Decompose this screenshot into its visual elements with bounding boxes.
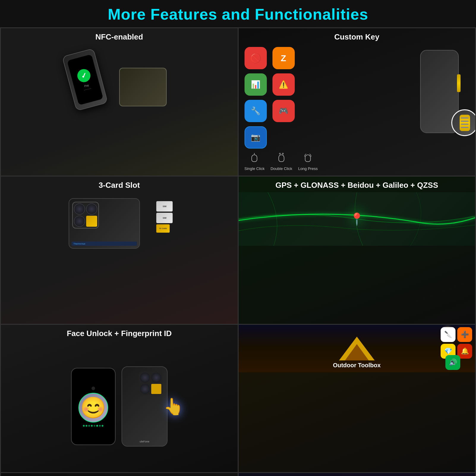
card-slot-title: 3-Card Slot <box>96 176 143 192</box>
cell-headphone-jack: 3.5mm Headphone Jack <box>1 473 238 476</box>
nfc-title: NFC-enabled <box>92 28 146 44</box>
gps-map-visual: 📍 <box>239 192 475 246</box>
long-press-icon <box>301 152 314 165</box>
face-recognition-circle: 😊 <box>78 393 108 423</box>
fp-cam-1 <box>140 373 150 383</box>
single-click-icon <box>248 152 261 165</box>
nfc-visual: Pay • • • • • • <box>1 44 238 109</box>
double-click-type: Double Click <box>270 152 292 171</box>
btn-ridge-1 <box>461 117 469 119</box>
cam-lens-1 <box>74 204 85 215</box>
gps-title: GPS + GLONASS + Beidou + Galileo + QZSS <box>272 176 441 192</box>
tb-app-speaker: 🔊 <box>445 355 460 370</box>
sim-card-1: SIM <box>156 201 173 212</box>
page-title: More Features and Functionalities <box>0 5 476 23</box>
cam-lens-2 <box>86 204 97 215</box>
app-icon-5: 🔧 <box>245 100 267 122</box>
cell-gps: GPS + GLONASS + Beidou + Galileo + QZSS … <box>239 176 475 324</box>
cell-outdoor-toolbox: 🔪 ➕ 💎 🔔 🔊 Outdoor Toolbox <box>239 325 475 472</box>
tb-app-compass-plus: ➕ <box>457 327 472 342</box>
nfc-terminal <box>119 68 167 106</box>
tent-inner <box>345 344 369 360</box>
face-phone: 😊 <box>71 368 116 445</box>
app-icon-1: 🚫 <box>245 47 267 69</box>
app-icon-6: 🎮 <box>272 100 295 122</box>
outdoor-toolbox-label: Outdoor Toolbox <box>333 362 381 369</box>
app-icon-4: ⚠️ <box>272 73 295 96</box>
btn-ridge-2 <box>461 121 469 122</box>
sim-cards-container: SIM SIM TF CARD <box>156 201 173 233</box>
face-unlock-title: Face Unlock + Fingerprint ID <box>64 325 175 341</box>
click-types-row: Single Click Double Click <box>245 152 318 176</box>
cell-nfc: NFC-enabled Pay • • • • • • <box>1 28 238 176</box>
app-icons-grid: 🚫 Z 📊 ⚠️ 🔧 <box>245 44 318 149</box>
face-emoji: 😊 <box>80 395 106 420</box>
app-icon-3: 📊 <box>245 73 267 96</box>
long-press-type: Long Press <box>298 152 318 171</box>
fp-flash <box>151 384 161 394</box>
tf-card: TF CARD <box>156 224 170 233</box>
nfc-pay-label: Pay <box>84 83 89 88</box>
fingerprint-phone: uleFone <box>122 366 168 447</box>
custom-side-button <box>457 74 461 92</box>
zoom-button-detail <box>460 115 470 131</box>
app-icons-container: 🚫 Z 📊 ⚠️ 🔧 <box>245 44 318 176</box>
cell-custom-key: Custom Key 🚫 Z 📊 <box>239 28 475 176</box>
selfie-cam <box>92 387 95 390</box>
toolbox-app-grid: 🔪 ➕ 💎 🔔 <box>441 327 472 359</box>
toolbox-bottom-apps: 🔊 <box>445 355 460 370</box>
svg-point-2 <box>282 153 283 154</box>
cam-lens-3 <box>74 216 85 227</box>
cell-card-slot: 3-Card Slot Therm•Vue <box>1 176 238 324</box>
sim-card-2: SIM <box>156 213 173 223</box>
double-click-label: Double Click <box>270 166 292 171</box>
tb-app-knife: 🔪 <box>441 327 455 342</box>
cam-flash <box>86 216 97 227</box>
app-icon-2: Z <box>272 47 295 69</box>
double-click-icon <box>275 152 288 165</box>
feature-grid: NFC-enabled Pay • • • • • • <box>0 27 476 476</box>
btn-ridge-3 <box>461 124 469 125</box>
gps-pin-icon: 📍 <box>349 212 364 226</box>
fingerprint-icon: 👆 <box>163 397 184 415</box>
phone-brand-bar: Therm•Vue <box>72 242 137 246</box>
phone-card-body: Therm•Vue <box>69 198 140 249</box>
brand-text: Therm•Vue <box>73 242 85 245</box>
long-press-label: Long Press <box>298 166 318 171</box>
fingerprint-container: uleFone 👆 <box>122 366 168 447</box>
custom-key-content: 🚫 Z 📊 ⚠️ 🔧 <box>239 44 475 176</box>
face-dots-grid <box>75 423 111 429</box>
nfc-check-icon <box>76 67 92 83</box>
face-phone-top <box>72 384 115 393</box>
phone-side-visual <box>410 44 469 139</box>
fp-glow-icon: 👆 <box>163 397 184 416</box>
face-visual: 😊 <box>65 341 174 472</box>
single-click-label: Single Click <box>245 166 265 171</box>
nfc-phone-hand: Pay • • • • • • <box>69 51 101 108</box>
fp-brand: uleFone <box>140 440 149 443</box>
app-icon-7: 📷 <box>245 126 267 149</box>
card-visual: Therm•Vue SIM SIM TF CARD <box>1 192 238 255</box>
toolbox-background: 🔪 ➕ 💎 🔔 🔊 Outdoor Toolbox <box>239 325 475 372</box>
page-wrapper: More Features and Functionalities NFC-en… <box>0 0 476 476</box>
fp-camera-module <box>139 371 163 395</box>
single-click-type: Single Click <box>245 152 265 171</box>
headphone-title: 3.5mm Headphone Jack <box>72 473 166 476</box>
tent-shape <box>339 337 375 360</box>
zoom-button-circle <box>451 109 475 136</box>
fp-cam-2 <box>151 373 161 383</box>
toolbox-bg-content: 🔪 ➕ 💎 🔔 🔊 Outdoor Toolbox <box>239 325 475 372</box>
page-header: More Features and Functionalities <box>0 0 476 27</box>
btn-ridge-4 <box>461 127 469 128</box>
custom-key-title: Custom Key <box>331 28 382 44</box>
cell-ir-fm: 🎛️ IR Blaster 📻 Headset-free FM <box>239 473 475 476</box>
camera-module <box>72 202 99 228</box>
ir-fm-content: 🎛️ IR Blaster 📻 Headset-free FM <box>239 473 475 476</box>
fp-cam-3 <box>140 384 150 394</box>
cell-face-unlock: Face Unlock + Fingerprint ID 😊 <box>1 325 238 472</box>
svg-point-1 <box>279 153 280 154</box>
